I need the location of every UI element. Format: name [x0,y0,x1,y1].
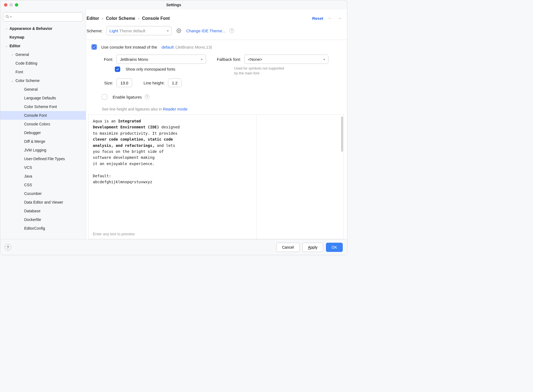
search-icon [5,15,9,19]
tree-item-cs-debugger[interactable]: Debugger [0,128,86,137]
apply-button[interactable]: Apply [302,243,323,252]
back-icon[interactable]: ← [328,15,332,21]
preview-bold: clever code completion, static code [93,137,173,141]
mono-only-checkbox[interactable] [115,67,120,72]
tree-item-cs-console-colors[interactable]: Console Colors [0,120,86,128]
settings-tree[interactable]: › Appearance & Behavior Keymap ⌄ Editor … [0,24,86,239]
change-theme-link[interactable]: Change IDE Theme... [186,29,226,33]
tree-label: CSS [23,183,32,187]
forward-icon[interactable]: → [337,15,342,21]
tree-label: Font [14,70,23,74]
default-font-link[interactable]: default [161,45,174,49]
svg-point-0 [6,15,8,17]
breadcrumb-color-scheme[interactable]: Color Scheme [106,16,135,21]
tree-item-cs-font[interactable]: Color Scheme Font [0,102,86,111]
tree-item-keymap[interactable]: Keymap [0,33,86,42]
fallback-select[interactable]: <None> ▾ [244,55,328,64]
scheme-gear-button[interactable] [175,27,182,34]
tree-label: Java [23,174,32,178]
tree-item-cs-dockerfile[interactable]: Dockerfile [0,215,86,224]
tree-item-cs-cucumber[interactable]: Cucumber [0,189,86,198]
chevron-down-icon: ▾ [201,58,202,61]
reset-link[interactable]: Reset [312,16,323,21]
search-input[interactable] [13,14,81,19]
breadcrumb-editor[interactable]: Editor [87,16,99,21]
tree-label: Console Font [23,113,47,118]
preview-line: Aqua is an [93,119,118,123]
tree-item-cs-database[interactable]: Database [0,207,86,215]
tree-item-cs-vcs[interactable]: VCS [0,163,86,172]
preview-editor[interactable]: Aqua is an Integrated Development Enviro… [88,115,257,239]
tree-label: Debugger [23,131,41,135]
help-icon[interactable]: ? [145,94,150,99]
tree-label: Diff & Merge [23,139,45,144]
search-options-icon[interactable]: ▾ [10,15,12,18]
tree-label: EditorConfig [23,226,45,230]
tree-label: Appearance & Behavior [8,26,52,31]
check-icon [93,45,96,49]
tree-label: Editor [8,44,20,48]
cancel-button[interactable]: Cancel [276,243,300,252]
fallback-hint: Used for symbols not supported by the ma… [234,66,328,76]
settings-window: Settings ▾ › Appearance & Behavior [0,0,347,255]
use-console-font-checkbox[interactable] [91,44,97,50]
chevron-right-icon: › [102,16,103,21]
tree-item-cs-lang-defaults[interactable]: Language Defaults [0,94,86,102]
preview-line: designed [159,125,180,129]
reader-mode-link[interactable]: Reader mode [163,107,188,111]
use-console-font-label: Use console font instead of the [101,45,157,49]
tree-item-cs-jvm[interactable]: JVM Logging [0,146,86,154]
tree-item-font[interactable]: Font [0,68,86,76]
svg-point-2 [178,30,180,31]
help-icon[interactable]: ? [229,28,234,33]
search-field[interactable]: ▾ [3,12,83,21]
tree-label: Language Defaults [23,96,56,100]
ligatures-checkbox[interactable] [102,94,107,100]
tree-item-color-scheme[interactable]: ⌄ Color Scheme [0,76,86,85]
chevron-right-icon: › [138,16,139,21]
preview-bold: Integrated [118,119,141,123]
tree-item-cs-java[interactable]: Java [0,172,86,181]
tree-item-appearance[interactable]: › Appearance & Behavior [0,24,86,33]
tree-label: Data Editor and Viewer [23,200,63,204]
tree-item-cs-udft[interactable]: User-Defined File Types [0,154,86,163]
ok-button[interactable]: OK [326,243,343,252]
chevron-right-icon: › [11,53,14,56]
window-title: Settings [0,3,347,7]
size-input[interactable] [116,78,132,87]
font-value: JetBrains Mono [120,57,148,62]
tree-label: Database [23,209,40,213]
tree-item-code-editing[interactable]: Code Editing [0,59,86,68]
body: ▾ › Appearance & Behavior Keymap ⌄ Edito… [0,10,347,239]
tree-item-cs-general[interactable]: General [0,85,86,94]
tree-item-cs-css[interactable]: CSS [0,181,86,189]
tree-label: User-Defined File Types [23,157,65,161]
preview-line: software development making [93,155,155,160]
scheme-select[interactable]: Light Theme default ▾ [106,26,172,35]
check-icon [116,68,119,71]
tree-label: Keymap [8,35,24,39]
tree-item-cs-diff[interactable]: Diff & Merge [0,137,86,146]
tree-item-editor[interactable]: ⌄ Editor [0,42,86,50]
scrollbar-thumb[interactable] [341,116,343,152]
tree-label: General [14,52,29,57]
tree-item-cs-editorconfig[interactable]: EditorConfig [0,224,86,233]
size-label: Size: [100,81,113,85]
preview-line: and lets [155,143,175,148]
line-height-input[interactable] [168,78,182,87]
tree-item-cs-console-font[interactable]: Console Font [0,111,86,120]
tree-item-cs-data-editor[interactable]: Data Editor and Viewer [0,198,86,207]
default-font-info: (JetBrains Mono,13) [175,45,212,49]
main-panel: Editor › Color Scheme › Console Font Res… [86,10,347,239]
fallback-label: Fallback font: [217,57,241,62]
tree-item-general[interactable]: › General [0,50,86,59]
chevron-down-icon: ▾ [167,29,169,32]
ligatures-label: Enable ligatures [113,95,142,99]
preview-gutter [257,115,338,239]
tree-label: General [23,87,38,91]
titlebar: Settings [0,0,347,10]
breadcrumb: Editor › Color Scheme › Console Font [87,16,170,21]
font-select[interactable]: JetBrains Mono ▾ [116,55,206,64]
fallback-value: <None> [248,57,262,62]
help-button[interactable]: ? [5,244,11,251]
